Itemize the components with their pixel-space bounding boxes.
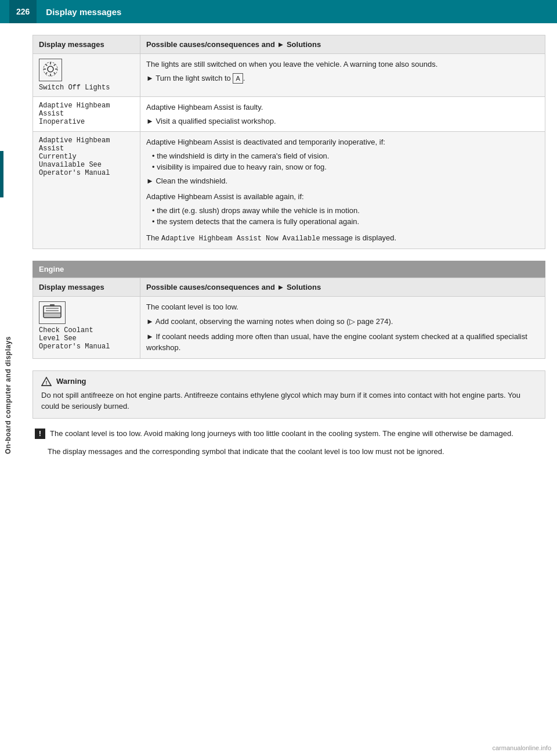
display-cell-lights: Switch Off Lights	[33, 54, 140, 97]
warning-body: Do not spill antifreeze on hot engine pa…	[41, 390, 537, 412]
key-a: A	[233, 73, 243, 84]
table-row: Adaptive HighbeamAssistCurrentlyUnavaila…	[33, 132, 545, 249]
check-coolant-label: Check CoolantLevel SeeOperator's Manual	[39, 326, 134, 351]
coolant-solution2: ► If coolant needs adding more often tha…	[146, 331, 539, 354]
causes-cell-highbeam-inop: Adaptive Highbeam Assist is faulty. ► Vi…	[140, 97, 545, 132]
svg-line-5	[46, 64, 48, 66]
svg-line-6	[54, 73, 56, 74]
page-title: Display messages	[46, 7, 121, 17]
side-label-container: On-board computer and displays	[0, 35, 16, 756]
svg-rect-11	[44, 313, 61, 318]
causes-cell-coolant: The coolant level is too low. ► Add cool…	[140, 296, 545, 358]
warning-triangle-icon: !	[41, 377, 52, 386]
table-row: Check CoolantLevel SeeOperator's Manual …	[33, 296, 545, 358]
lights-cause-text: The lights are still switched on when yo…	[146, 59, 539, 70]
svg-point-0	[48, 66, 53, 72]
table1-col1-header: Display messages	[33, 35, 140, 54]
engine-table: Display messages Possible causes/consequ…	[32, 278, 545, 359]
causes-cell-highbeam-unavail: Adaptive Highbeam Assist is deactivated …	[140, 132, 545, 249]
coolant-cause: The coolant level is too low.	[146, 301, 539, 313]
display-cell-coolant: Check CoolantLevel SeeOperator's Manual	[33, 296, 140, 358]
coolant-solution1: ► Add coolant, observing the warning not…	[146, 316, 539, 327]
highbeam-inop-solution: ► Visit a qualified specialist workshop.	[146, 116, 539, 127]
note-box-1: ! The coolant level is too low. Avoid ma…	[32, 428, 545, 440]
unavail-bullet2: • visibility is impaired due to heavy ra…	[152, 161, 539, 173]
note-paragraph-2: The display messages and the correspondi…	[48, 446, 545, 458]
main-content: Display messages Possible causes/consequ…	[23, 23, 557, 475]
causes-cell-lights: The lights are still switched on when yo…	[140, 54, 545, 97]
highbeam-inop-cause: Adaptive Highbeam Assist is faulty.	[146, 102, 539, 113]
side-label-text: On-board computer and displays	[4, 336, 12, 454]
warning-label: Warning	[56, 377, 86, 386]
table1-col2-header: Possible causes/consequences and ► Solut…	[140, 35, 545, 54]
table2-col2-header: Possible causes/consequences and ► Solut…	[140, 278, 545, 296]
unavail-bullet4: • the system detects that the camera is …	[152, 216, 539, 228]
sun-icon	[39, 59, 62, 81]
warning-title: ! Warning	[41, 377, 537, 386]
side-label-bar	[0, 151, 3, 197]
adaptive-now-avail-code: Adaptive Highbeam Assist Now Available	[161, 235, 320, 243]
note-text-1: The coolant level is too low. Avoid maki…	[50, 428, 513, 440]
warning-box: ! Warning Do not spill antifreeze on hot…	[32, 370, 545, 419]
svg-rect-15	[50, 304, 55, 307]
note-icon-1: !	[35, 429, 45, 439]
coolant-icon	[39, 301, 66, 324]
display-messages-table: Display messages Possible causes/consequ…	[32, 35, 545, 249]
adaptive-highbeam-inop-label: Adaptive HighbeamAssistInoperative	[39, 102, 134, 126]
unavail-bullet1: • the windshield is dirty in the camera'…	[152, 150, 539, 162]
lights-solution-text: ► Turn the light switch to A.	[146, 73, 539, 84]
page-header: 226 Display messages	[0, 0, 557, 23]
adaptive-highbeam-unavail-label: Adaptive HighbeamAssistCurrentlyUnavaila…	[39, 136, 134, 177]
unavail-avail-again: Adaptive Highbeam Assist is available ag…	[146, 191, 539, 203]
svg-line-7	[54, 64, 56, 66]
unavail-bullet3: • the dirt (e.g. slush) drops away while…	[152, 205, 539, 217]
unavail-final: The Adaptive Highbeam Assist Now Availab…	[146, 232, 539, 244]
table-row: Switch Off Lights The lights are still s…	[33, 54, 545, 97]
unavail-intro: Adaptive Highbeam Assist is deactivated …	[146, 136, 539, 148]
page-number: 226	[9, 0, 37, 23]
display-cell-highbeam-unavail: Adaptive HighbeamAssistCurrentlyUnavaila…	[33, 132, 140, 249]
watermark: carmanualonline.info	[492, 744, 551, 751]
display-cell-highbeam-inop: Adaptive HighbeamAssistInoperative	[33, 97, 140, 132]
engine-section-header: Engine	[32, 261, 545, 278]
svg-text:!: !	[46, 379, 48, 385]
switch-off-lights-label: Switch Off Lights	[39, 84, 134, 92]
table-row: Adaptive HighbeamAssistInoperative Adapt…	[33, 97, 545, 132]
unavail-action1: ► Clean the windshield.	[146, 175, 539, 187]
table2-col1-header: Display messages	[33, 278, 140, 296]
svg-line-8	[46, 73, 48, 74]
